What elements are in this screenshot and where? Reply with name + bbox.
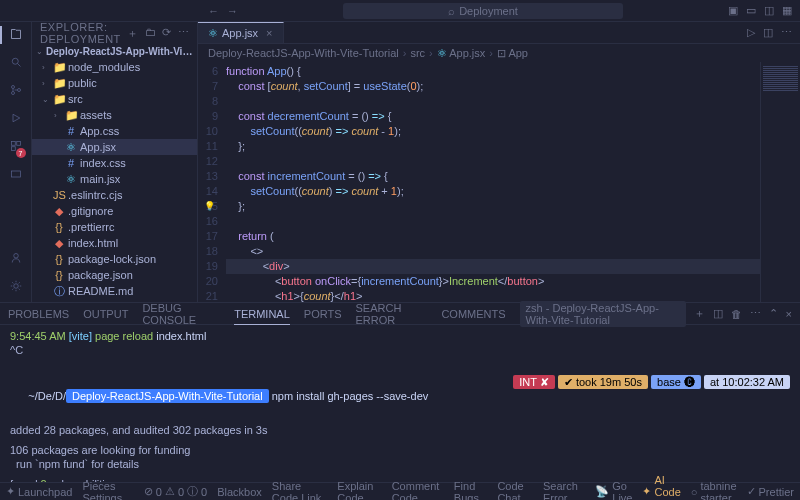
tree-item-index-html[interactable]: ◆index.html bbox=[32, 235, 197, 251]
terminal-selector[interactable]: zsh - Deploy-ReactJS-App-With-Vite-Tutor… bbox=[520, 301, 686, 327]
breadcrumb-segment[interactable]: Deploy-ReactJS-App-With-Vite-Tutorial bbox=[208, 47, 399, 59]
tree-item-README-md[interactable]: ⓘREADME.md bbox=[32, 283, 197, 299]
statusbar: ✦ Launchpad Pieces Settings ⊘ 0 ⚠ 0 ⓘ 0 … bbox=[0, 482, 800, 500]
tabnine[interactable]: ○ tabnine starter bbox=[691, 474, 737, 501]
remote-icon[interactable] bbox=[10, 168, 22, 182]
tab-app-jsx[interactable]: ⚛ App.jsx × bbox=[198, 22, 284, 43]
launchpad[interactable]: ✦ Launchpad bbox=[6, 485, 72, 498]
search-error[interactable]: Search Error bbox=[543, 480, 585, 501]
new-terminal-icon[interactable]: ＋ bbox=[694, 306, 705, 321]
find-bugs[interactable]: Find Bugs bbox=[454, 480, 488, 501]
close-icon[interactable]: × bbox=[266, 27, 272, 39]
minimap[interactable] bbox=[760, 62, 800, 302]
panel-tab-problems[interactable]: PROBLEMS bbox=[8, 308, 69, 320]
panel-tab-search-error[interactable]: SEARCH ERROR bbox=[356, 302, 428, 326]
ai-code-chat[interactable]: ✦ AI Code Chat bbox=[642, 474, 680, 501]
tree-item--prettierrc[interactable]: {}.prettierrc bbox=[32, 219, 197, 235]
tree-item-assets[interactable]: ›📁assets bbox=[32, 107, 197, 123]
close-panel-icon[interactable]: × bbox=[786, 308, 792, 320]
new-folder-icon[interactable]: 🗀 bbox=[145, 26, 157, 41]
share-code[interactable]: Share Code Link bbox=[272, 480, 328, 501]
file-tree: ›📁node_modules›📁public⌄📁src›📁assets#App.… bbox=[32, 59, 197, 302]
panel-tab-ports[interactable]: PORTS bbox=[304, 308, 342, 320]
go-live[interactable]: 📡 Go Live bbox=[595, 474, 632, 501]
tree-item--gitignore[interactable]: ◆.gitignore bbox=[32, 203, 197, 219]
jsx-icon: ⚛ bbox=[208, 27, 218, 40]
layout-primary-icon[interactable]: ▣ bbox=[728, 4, 738, 17]
breadcrumb[interactable]: Deploy-ReactJS-App-With-Vite-Tutorial›sr… bbox=[198, 44, 800, 62]
new-file-icon[interactable]: ＋ bbox=[127, 26, 139, 41]
split-terminal-icon[interactable]: ◫ bbox=[713, 307, 723, 320]
prettier[interactable]: ✓ Prettier bbox=[747, 474, 794, 501]
search-icon: ⌕ bbox=[448, 5, 455, 17]
tree-item-node_modules[interactable]: ›📁node_modules bbox=[32, 59, 197, 75]
gear-icon[interactable] bbox=[10, 280, 22, 294]
tree-item-index-css[interactable]: #index.css bbox=[32, 155, 197, 171]
more-icon[interactable]: ⋯ bbox=[178, 26, 190, 41]
svg-point-3 bbox=[17, 89, 20, 92]
breadcrumb-segment[interactable]: src bbox=[410, 47, 425, 59]
lightbulb-icon[interactable]: 💡 bbox=[204, 199, 215, 214]
svg-point-2 bbox=[11, 92, 14, 95]
pieces-settings[interactable]: Pieces Settings bbox=[82, 480, 133, 501]
svg-rect-4 bbox=[11, 142, 15, 146]
breadcrumb-segment[interactable]: ⊡ App bbox=[497, 47, 528, 60]
explain-code[interactable]: Explain Code bbox=[337, 480, 381, 501]
project-root[interactable]: ⌄ Deploy-ReactJS-App-With-Vite-Tutorial bbox=[32, 44, 197, 59]
tree-item-package-lock-json[interactable]: {}package-lock.json bbox=[32, 251, 197, 267]
extensions-icon[interactable]: 7 bbox=[10, 140, 22, 154]
tree-item-public[interactable]: ›📁public bbox=[32, 75, 197, 91]
extensions-badge: 7 bbox=[16, 148, 26, 158]
panel-tab-comments[interactable]: COMMENTS bbox=[441, 308, 505, 320]
svg-point-9 bbox=[13, 284, 18, 289]
svg-point-0 bbox=[12, 58, 18, 64]
tree-item-App-jsx[interactable]: ⚛App.jsx bbox=[32, 139, 197, 155]
account-icon[interactable] bbox=[10, 252, 22, 266]
titlebar: ← → ⌕ Deployment ▣ ▭ ◫ ▦ bbox=[0, 0, 800, 22]
gutter: 67891011121314151617181920212223242526 bbox=[198, 62, 226, 302]
tree-item--eslintrc-cjs[interactable]: JS.eslintrc.cjs bbox=[32, 187, 197, 203]
panel-tab-terminal[interactable]: TERMINAL bbox=[234, 308, 290, 325]
svg-rect-6 bbox=[11, 147, 15, 151]
editor-group: ⚛ App.jsx × ▷ ◫ ⋯ Deploy-ReactJS-App-Wit… bbox=[198, 22, 800, 302]
refresh-icon[interactable]: ⟳ bbox=[162, 26, 172, 41]
tree-item-main-jsx[interactable]: ⚛main.jsx bbox=[32, 171, 197, 187]
maximize-icon[interactable]: ⌃ bbox=[769, 307, 778, 320]
tree-item-src[interactable]: ⌄📁src bbox=[32, 91, 197, 107]
code-editor[interactable]: function App() { const [count, setCount]… bbox=[226, 62, 760, 302]
breadcrumb-segment[interactable]: ⚛ App.jsx bbox=[437, 47, 486, 60]
tab-label: App.jsx bbox=[222, 27, 258, 39]
comment-code[interactable]: Comment Code bbox=[392, 480, 444, 501]
tree-item-App-css[interactable]: #App.css bbox=[32, 123, 197, 139]
tree-item-package-json[interactable]: {}package.json bbox=[32, 267, 197, 283]
panel-tab-debug-console[interactable]: DEBUG CONSOLE bbox=[142, 302, 220, 326]
layout-customize-icon[interactable]: ▦ bbox=[782, 4, 792, 17]
layout-panel-icon[interactable]: ▭ bbox=[746, 4, 756, 17]
layout-sidebar-icon[interactable]: ◫ bbox=[764, 4, 774, 17]
panel-tabs: PROBLEMSOUTPUTDEBUG CONSOLETERMINALPORTS… bbox=[0, 303, 800, 325]
problems-count[interactable]: ⊘ 0 ⚠ 0 ⓘ 0 bbox=[144, 484, 207, 499]
code-chat[interactable]: Code Chat bbox=[497, 480, 533, 501]
run-icon[interactable]: ▷ bbox=[747, 26, 755, 39]
activity-bar: 7 bbox=[0, 22, 32, 302]
source-control-icon[interactable] bbox=[10, 84, 22, 98]
panel-tab-output[interactable]: OUTPUT bbox=[83, 308, 128, 320]
search-box[interactable]: ⌕ Deployment bbox=[343, 3, 623, 19]
more-icon[interactable]: ⋯ bbox=[781, 26, 792, 39]
blackbox[interactable]: Blackbox bbox=[217, 486, 262, 498]
kill-terminal-icon[interactable]: 🗑 bbox=[731, 308, 742, 320]
svg-point-8 bbox=[13, 254, 18, 259]
run-debug-icon[interactable] bbox=[10, 112, 22, 126]
root-label: Deploy-ReactJS-App-With-Vite-Tutorial bbox=[46, 46, 193, 57]
more-icon[interactable]: ⋯ bbox=[750, 307, 761, 320]
sidebar: EXPLORER: DEPLOYMENT ＋ 🗀 ⟳ ⋯ ⌄ Deploy-Re… bbox=[32, 22, 198, 302]
explorer-title: EXPLORER: DEPLOYMENT bbox=[40, 21, 127, 45]
explorer-icon[interactable] bbox=[10, 28, 22, 42]
panel: PROBLEMSOUTPUTDEBUG CONSOLETERMINALPORTS… bbox=[0, 302, 800, 482]
split-icon[interactable]: ◫ bbox=[763, 26, 773, 39]
nav-back-icon[interactable]: ← bbox=[208, 5, 219, 17]
svg-rect-5 bbox=[16, 142, 20, 146]
search-icon[interactable] bbox=[10, 56, 22, 70]
terminal[interactable]: 9:54:45 AM [vite] page reload index.html… bbox=[0, 325, 800, 482]
nav-forward-icon[interactable]: → bbox=[227, 5, 238, 17]
